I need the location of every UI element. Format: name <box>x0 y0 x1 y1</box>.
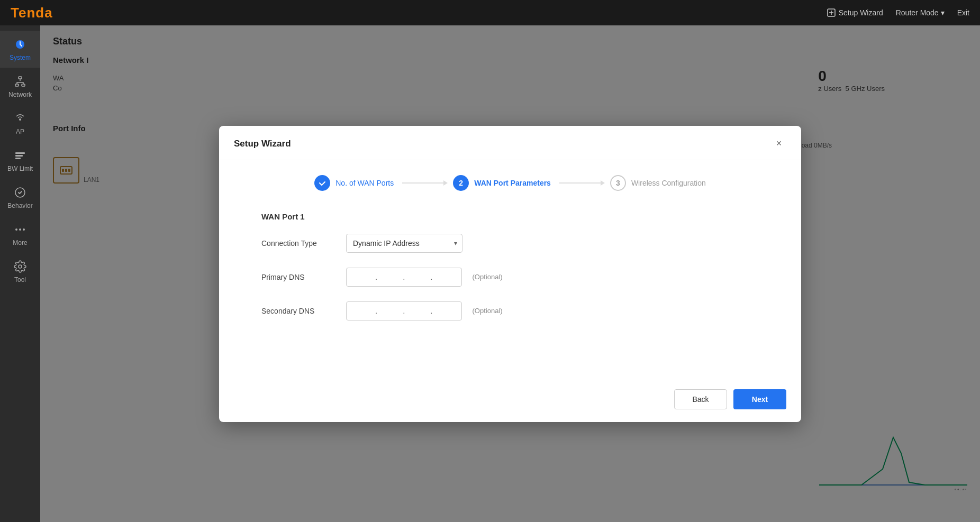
content-area: Status Network I WA Co 0 z Users 5 GHz U… <box>40 25 980 522</box>
connection-type-control: Dynamic IP Address Static IP Address PPP… <box>346 234 462 253</box>
dialog-title: Setup Wizard <box>234 139 291 149</box>
sidebar-item-network[interactable]: Network <box>0 68 40 105</box>
step-1-circle <box>314 175 330 191</box>
chevron-down-icon: ▾ <box>941 8 945 17</box>
svg-rect-7 <box>15 155 23 157</box>
primary-dns-octet-2[interactable] <box>378 268 402 286</box>
secondary-dns-octet-4[interactable] <box>434 302 457 320</box>
step-3-circle: 3 <box>610 175 626 191</box>
svg-point-10 <box>15 228 17 231</box>
connection-type-label: Connection Type <box>261 239 346 248</box>
network-icon <box>13 74 28 89</box>
svg-rect-6 <box>15 152 25 154</box>
secondary-dns-row: Secondary DNS . . . (Option <box>261 301 759 320</box>
connection-type-row: Connection Type Dynamic IP Address Stati… <box>261 234 759 253</box>
tool-icon <box>13 259 28 274</box>
router-mode-dropdown[interactable]: Router Mode ▾ <box>896 8 945 17</box>
sidebar-item-system[interactable]: System <box>0 31 40 68</box>
more-icon <box>13 222 28 237</box>
primary-dns-row: Primary DNS . . . (Optional <box>261 268 759 287</box>
primary-dns-octet-3[interactable] <box>406 268 429 286</box>
secondary-dns-octet-3[interactable] <box>406 302 429 320</box>
step-arrow-1 <box>402 182 444 184</box>
topbar-right: Setup Wizard Router Mode ▾ Exit <box>827 8 969 17</box>
topbar: Tenda Setup Wizard Router Mode ▾ Exit <box>0 0 980 25</box>
secondary-dns-label: Secondary DNS <box>261 307 346 315</box>
primary-dns-optional: (Optional) <box>473 273 503 281</box>
step-3: 3 Wireless Configuration <box>610 175 706 191</box>
dialog-footer: Back Next <box>219 381 801 422</box>
next-button[interactable]: Next <box>733 389 786 409</box>
svg-point-12 <box>23 228 25 231</box>
step-2-circle: 2 <box>453 175 469 191</box>
dot-6: . <box>429 306 433 315</box>
dot-4: . <box>374 306 378 315</box>
behavior-icon <box>13 185 28 200</box>
primary-dns-octet-1[interactable] <box>351 268 374 286</box>
dot-1: . <box>374 272 378 281</box>
secondary-dns-control: . . . (Optional) <box>346 301 503 320</box>
step-2: 2 WAN Port Parameters <box>453 175 551 191</box>
primary-dns-input-wrap: . . . <box>346 268 462 287</box>
setup-wizard-dialog: Setup Wizard × No. of WAN Ports <box>219 126 801 422</box>
svg-rect-2 <box>19 77 22 79</box>
step-2-label: WAN Port Parameters <box>474 179 551 187</box>
connection-type-select-wrap: Dynamic IP Address Static IP Address PPP… <box>346 234 462 253</box>
sidebar-item-bwlimit[interactable]: BW Limit <box>0 142 40 179</box>
bwlimit-icon <box>13 148 28 163</box>
svg-rect-8 <box>15 158 21 159</box>
dot-2: . <box>402 272 406 281</box>
exit-button[interactable]: Exit <box>957 8 969 17</box>
dot-5: . <box>402 306 406 315</box>
sidebar-item-more[interactable]: More <box>0 216 40 253</box>
secondary-dns-octet-1[interactable] <box>351 302 374 320</box>
step-3-label: Wireless Configuration <box>631 179 706 187</box>
step-1: No. of WAN Ports <box>314 175 394 191</box>
wan-port-title: WAN Port 1 <box>261 212 759 221</box>
sidebar-item-ap[interactable]: AP <box>0 105 40 142</box>
secondary-dns-input-wrap: . . . <box>346 301 462 320</box>
primary-dns-control: . . . (Optional) <box>346 268 503 287</box>
svg-rect-3 <box>15 84 19 86</box>
modal-overlay: Setup Wizard × No. of WAN Ports <box>40 25 980 522</box>
system-icon <box>13 37 28 52</box>
secondary-dns-optional: (Optional) <box>473 307 503 315</box>
step-arrow-2 <box>559 182 602 184</box>
back-button[interactable]: Back <box>674 389 727 409</box>
main-layout: System Network AP BW Limit <box>0 25 980 522</box>
primary-dns-octet-4[interactable] <box>434 268 457 286</box>
ap-icon <box>13 111 28 126</box>
svg-point-11 <box>19 228 21 231</box>
secondary-dns-octet-2[interactable] <box>378 302 402 320</box>
svg-rect-4 <box>22 84 25 86</box>
primary-dns-label: Primary DNS <box>261 273 346 281</box>
close-button[interactable]: × <box>772 136 786 151</box>
sidebar-item-behavior[interactable]: Behavior <box>0 179 40 216</box>
app-logo: Tenda <box>11 5 53 21</box>
steps-bar: No. of WAN Ports 2 WAN Port Parameters 3… <box>219 160 801 204</box>
wizard-icon <box>827 8 836 17</box>
dialog-header: Setup Wizard × <box>219 126 801 160</box>
connection-type-select[interactable]: Dynamic IP Address Static IP Address PPP… <box>346 234 462 253</box>
setup-wizard-link[interactable]: Setup Wizard <box>827 8 883 17</box>
dialog-body: WAN Port 1 Connection Type Dynamic IP Ad… <box>219 204 801 381</box>
step-1-label: No. of WAN Ports <box>335 179 394 187</box>
sidebar: System Network AP BW Limit <box>0 25 40 522</box>
dot-3: . <box>429 272 433 281</box>
sidebar-item-tool[interactable]: Tool <box>0 253 40 290</box>
svg-point-5 <box>19 118 21 121</box>
